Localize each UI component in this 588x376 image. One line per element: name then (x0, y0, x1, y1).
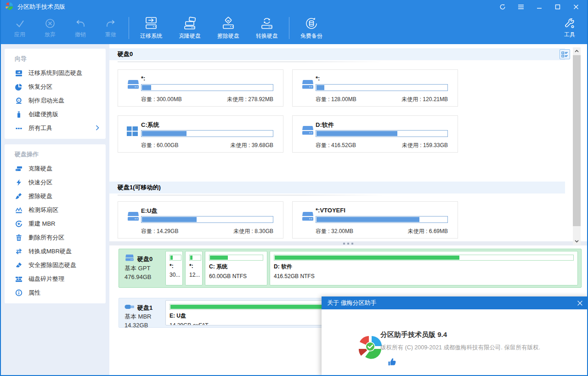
diskmap-row-disk0[interactable]: 硬盘0 基本 GPT 476.94GB *: 30... *: 12... (119, 249, 582, 288)
wipe-disk-button[interactable]: 擦除硬盘 (209, 14, 248, 42)
migrate-os-button[interactable]: 迁移系统 (132, 14, 170, 42)
product-name-version: 分区助手技术员版 9.4 (380, 330, 447, 339)
usb-portable-icon (15, 111, 23, 119)
sidebar-item-secure-erase-ssd[interactable]: 安全擦除固态硬盘 (5, 258, 106, 272)
view-toggle-button[interactable] (560, 49, 570, 59)
diskmap-block-esp[interactable]: *: 30... (165, 251, 183, 285)
partition-card-e[interactable]: E:U盘 容量 : 14.29GB 未使用 : 8.30GB (118, 201, 283, 239)
usage-bar (316, 216, 448, 223)
diskmap-block-c[interactable]: C: 系统 60.00GB NTFS (205, 251, 267, 285)
free-backup-button[interactable]: 免费备份 (292, 14, 331, 42)
tools-button[interactable]: 工具 (556, 14, 583, 42)
trash-icon (15, 234, 23, 242)
about-dialog-title: 关于 傲梅分区助手 (327, 299, 377, 307)
dialog-close-button[interactable] (576, 299, 583, 307)
copyright-text: 版权所有 (C) 2009-2021 成都傲梅科技有限公司. 保留所有版权. (380, 344, 540, 352)
divider (118, 62, 385, 62)
sidebar-item-recover-partition[interactable]: 恢复分区 (5, 80, 106, 94)
unused-text: 未使用 : 120.21MB (401, 96, 448, 103)
vertical-scrollbar[interactable] (573, 47, 581, 245)
redo-button[interactable]: 重做 (96, 14, 126, 42)
apply-button[interactable]: 应用 (5, 14, 35, 42)
unused-text: 未使用 : 159.33GB (402, 142, 448, 149)
sidebar-item-convert-to-mbr[interactable]: 转换成MBR硬盘 (5, 245, 106, 258)
unused-text: 未使用 : 278.92MB (227, 96, 273, 103)
app-window: 分区助手技术员版 应用 (0, 0, 588, 376)
sidebar-item-properties[interactable]: 属性 (5, 286, 106, 300)
sidebar-item-clone-disk[interactable]: 克隆硬盘 (5, 162, 106, 176)
usage-bar (209, 255, 263, 261)
drive-icon (301, 80, 315, 91)
usage-bar (141, 84, 273, 91)
sidebar-item-quick-partition[interactable]: 快速分区 (5, 176, 106, 189)
refresh-icon[interactable] (499, 3, 506, 11)
diskmap-block-d[interactable]: D: 软件 416.52GB NTFS (270, 251, 578, 285)
toolbar-separator (129, 17, 129, 39)
usage-bar (141, 216, 273, 223)
disk0-partition-cards: *: 容量 : 300.00MB 未使用 : 278.92MB *: 容量 : … (118, 69, 587, 153)
sidebar-item-rebuild-mbr[interactable]: 重建 MBR (5, 217, 106, 231)
capacity-text: 容量 : 14.29GB (141, 228, 178, 235)
disk1-section-header: 硬盘1(可移动的) (109, 182, 565, 194)
diskmap-block-msr[interactable]: *: 12... (185, 251, 203, 285)
lightning-icon (15, 179, 23, 187)
disk-size: 476.94GB (124, 273, 163, 281)
product-logo (358, 334, 383, 362)
sidebar-item-delete-all-partitions[interactable]: 删除所有分区 (5, 231, 106, 245)
sidebar-item-check-bad-sectors[interactable]: 检测坏扇区 (5, 203, 106, 217)
unused-text: 未使用 : 6.69MB (408, 228, 448, 235)
usage-bar (316, 84, 448, 91)
sidebar-item-migrate-os-to-ssd[interactable]: 迁移系统到固态硬盘 (5, 66, 106, 80)
drive-icon (126, 80, 140, 91)
capacity-text: 容量 : 416.52GB (316, 142, 356, 149)
rebuild-mbr-icon (15, 220, 23, 228)
titlebar: 分区助手技术员版 (1, 0, 587, 14)
wizards-section-title: 向导 (5, 51, 106, 66)
convert-disk-button[interactable]: 转换硬盘 (248, 14, 286, 42)
minimize-button[interactable] (536, 3, 543, 11)
close-button[interactable] (572, 3, 580, 11)
recover-partition-icon (15, 83, 23, 91)
drive-icon (126, 211, 140, 223)
menu-icon[interactable] (517, 3, 525, 11)
info-icon (15, 289, 23, 297)
disk-name: 硬盘1 (137, 303, 153, 312)
sidebar-item-make-bootable-media[interactable]: 制作启动光盘 (5, 94, 106, 108)
sidebar-item-wipe-disk[interactable]: 擦除硬盘 (5, 189, 106, 203)
sidebar: 向导 迁移系统到固态硬盘 恢复分区 制作 (1, 44, 109, 375)
sidebar-item-all-tools[interactable]: 所有工具 (5, 121, 106, 135)
partition-card-msr[interactable]: *: 容量 : 128.00MB 未使用 : 120.21MB (292, 69, 458, 107)
undo-button[interactable]: 撤销 (65, 14, 96, 42)
migrate-ssd-icon (15, 69, 23, 77)
partition-card-esp[interactable]: *: 容量 : 300.00MB 未使用 : 278.92MB (118, 69, 283, 107)
scrollbar-thumb[interactable] (573, 55, 581, 226)
unused-text: 未使用 : 39.68GB (231, 142, 273, 149)
usage-bar (141, 130, 273, 137)
capacity-text: 容量 : 32.00MB (316, 228, 353, 235)
partition-card-d[interactable]: D:软件 容量 : 416.52GB 未使用 : 159.33GB (292, 115, 458, 153)
usb-drive-icon (124, 303, 135, 312)
disk-type: 基本 GPT (124, 264, 163, 273)
about-dialog: 关于 傲梅分区助手 分区助手技术员版 9.4 版权所有 (C) 2009-202… (322, 296, 588, 376)
clone-disk-icon (15, 165, 23, 173)
convert-arrows-icon (15, 248, 23, 256)
eraser-icon (15, 262, 23, 269)
maximize-button[interactable] (554, 3, 561, 11)
usage-bar (316, 130, 448, 137)
window-title: 分区助手技术员版 (17, 3, 65, 11)
sidebar-item-create-portable[interactable]: 创建便携版 (5, 108, 106, 121)
scroll-down-arrow[interactable] (573, 238, 581, 245)
clone-disk-button[interactable]: 克隆硬盘 (170, 14, 209, 42)
partition-card-c[interactable]: C:系统 容量 : 60.00GB 未使用 : 39.68GB (118, 115, 283, 153)
disk0-section-header: 硬盘0 (109, 48, 565, 60)
scroll-up-arrow[interactable] (573, 47, 581, 55)
sidebar-item-defragment[interactable]: 磁盘碎片整理 (5, 272, 106, 286)
discard-button[interactable]: 放弃 (35, 14, 65, 42)
disk-type: 基本 MBR (124, 312, 163, 321)
disk-size: 14.32GB (124, 321, 163, 330)
toolbar: 应用 放弃 撤销 重做 迁移系统 克隆硬 (1, 14, 587, 44)
usage-bar (170, 255, 181, 261)
splitter-handle[interactable] (109, 241, 587, 245)
capacity-text: 容量 : 128.00MB (316, 96, 356, 103)
partition-card-vtoyefi[interactable]: *:VTOYEFI 容量 : 32.00MB 未使用 : 6.69MB (292, 201, 458, 239)
